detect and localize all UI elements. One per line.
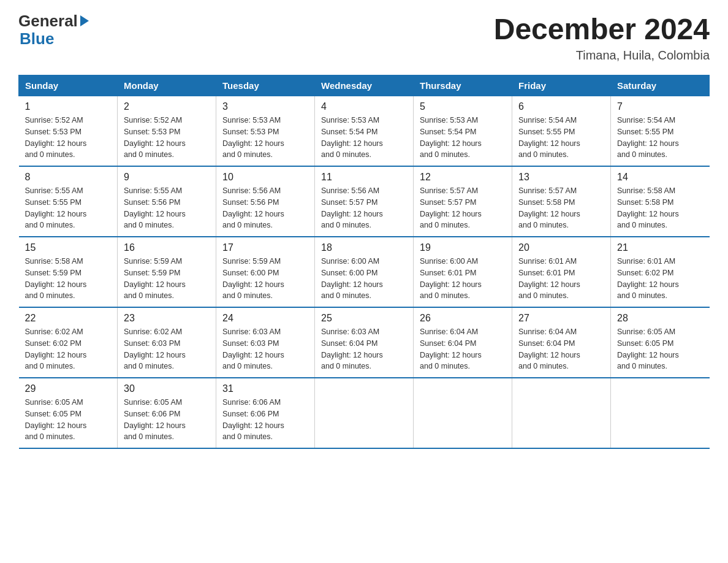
day-number: 2 — [124, 101, 210, 112]
day-detail: Sunrise: 6:00 AMSunset: 6:01 PMDaylight:… — [420, 256, 506, 302]
calendar-cell: 29Sunrise: 6:05 AMSunset: 6:05 PMDayligh… — [19, 378, 118, 448]
day-detail: Sunrise: 6:01 AMSunset: 6:01 PMDaylight:… — [518, 256, 604, 302]
day-detail: Sunrise: 6:06 AMSunset: 6:06 PMDaylight:… — [222, 397, 308, 443]
day-number: 30 — [124, 383, 210, 394]
day-number: 15 — [25, 242, 112, 253]
calendar-cell — [611, 378, 710, 448]
weekday-header-thursday: Thursday — [414, 75, 512, 96]
logo: General Blue — [18, 12, 89, 47]
day-detail: Sunrise: 5:53 AMSunset: 5:53 PMDaylight:… — [222, 115, 308, 161]
day-number: 4 — [321, 101, 407, 112]
day-number: 6 — [518, 101, 604, 112]
day-number: 3 — [222, 101, 308, 112]
weekday-header-tuesday: Tuesday — [216, 75, 315, 96]
day-detail: Sunrise: 6:03 AMSunset: 6:04 PMDaylight:… — [321, 326, 407, 372]
calendar-cell: 7Sunrise: 5:54 AMSunset: 5:55 PMDaylight… — [611, 96, 710, 167]
calendar-week-row: 22Sunrise: 6:02 AMSunset: 6:02 PMDayligh… — [19, 307, 710, 378]
day-number: 31 — [222, 383, 308, 394]
day-detail: Sunrise: 6:04 AMSunset: 6:04 PMDaylight:… — [518, 326, 604, 372]
calendar-table: SundayMondayTuesdayWednesdayThursdayFrid… — [18, 75, 710, 449]
day-detail: Sunrise: 6:01 AMSunset: 6:02 PMDaylight:… — [617, 256, 703, 302]
calendar-cell: 15Sunrise: 5:58 AMSunset: 5:59 PMDayligh… — [19, 237, 118, 307]
day-detail: Sunrise: 6:05 AMSunset: 6:05 PMDaylight:… — [617, 326, 703, 372]
weekday-header-friday: Friday — [512, 75, 611, 96]
calendar-cell — [414, 378, 512, 448]
calendar-cell: 6Sunrise: 5:54 AMSunset: 5:55 PMDaylight… — [512, 96, 611, 167]
calendar-cell: 5Sunrise: 5:53 AMSunset: 5:54 PMDaylight… — [414, 96, 512, 167]
day-detail: Sunrise: 6:02 AMSunset: 6:02 PMDaylight:… — [25, 326, 112, 372]
day-number: 8 — [25, 172, 112, 183]
day-detail: Sunrise: 5:59 AMSunset: 5:59 PMDaylight:… — [124, 256, 210, 302]
calendar-cell: 30Sunrise: 6:05 AMSunset: 6:06 PMDayligh… — [118, 378, 216, 448]
logo-text-blue: Blue — [20, 30, 89, 48]
day-number: 18 — [321, 242, 407, 253]
calendar-subtitle: Timana, Huila, Colombia — [494, 48, 710, 63]
day-number: 16 — [124, 242, 210, 253]
calendar-cell: 11Sunrise: 5:56 AMSunset: 5:57 PMDayligh… — [315, 166, 414, 237]
calendar-cell: 26Sunrise: 6:04 AMSunset: 6:04 PMDayligh… — [414, 307, 512, 378]
day-number: 11 — [321, 172, 407, 183]
day-number: 20 — [518, 242, 604, 253]
day-detail: Sunrise: 6:05 AMSunset: 6:06 PMDaylight:… — [124, 397, 210, 443]
day-number: 25 — [321, 313, 407, 324]
calendar-cell: 1Sunrise: 5:52 AMSunset: 5:53 PMDaylight… — [19, 96, 118, 167]
page-header: General Blue December 2024 Timana, Huila… — [18, 12, 710, 63]
calendar-cell: 28Sunrise: 6:05 AMSunset: 6:05 PMDayligh… — [611, 307, 710, 378]
calendar-cell — [512, 378, 611, 448]
day-detail: Sunrise: 5:55 AMSunset: 5:56 PMDaylight:… — [124, 185, 210, 231]
day-detail: Sunrise: 6:03 AMSunset: 6:03 PMDaylight:… — [222, 326, 308, 372]
day-detail: Sunrise: 5:57 AMSunset: 5:57 PMDaylight:… — [420, 185, 506, 231]
logo-text-general: General — [18, 12, 78, 30]
day-detail: Sunrise: 6:00 AMSunset: 6:00 PMDaylight:… — [321, 256, 407, 302]
day-number: 5 — [420, 101, 506, 112]
title-block: December 2024 Timana, Huila, Colombia — [494, 12, 710, 63]
calendar-cell: 17Sunrise: 5:59 AMSunset: 6:00 PMDayligh… — [216, 237, 315, 307]
day-number: 10 — [222, 172, 308, 183]
day-detail: Sunrise: 5:58 AMSunset: 5:58 PMDaylight:… — [617, 185, 703, 231]
calendar-cell: 22Sunrise: 6:02 AMSunset: 6:02 PMDayligh… — [19, 307, 118, 378]
day-detail: Sunrise: 5:57 AMSunset: 5:58 PMDaylight:… — [518, 185, 604, 231]
day-detail: Sunrise: 5:53 AMSunset: 5:54 PMDaylight:… — [321, 115, 407, 161]
day-detail: Sunrise: 5:56 AMSunset: 5:57 PMDaylight:… — [321, 185, 407, 231]
weekday-header-monday: Monday — [118, 75, 216, 96]
calendar-cell: 8Sunrise: 5:55 AMSunset: 5:55 PMDaylight… — [19, 166, 118, 237]
calendar-week-row: 8Sunrise: 5:55 AMSunset: 5:55 PMDaylight… — [19, 166, 710, 237]
day-detail: Sunrise: 6:02 AMSunset: 6:03 PMDaylight:… — [124, 326, 210, 372]
day-number: 26 — [420, 313, 506, 324]
day-detail: Sunrise: 5:52 AMSunset: 5:53 PMDaylight:… — [25, 115, 112, 161]
day-number: 9 — [124, 172, 210, 183]
calendar-cell: 3Sunrise: 5:53 AMSunset: 5:53 PMDaylight… — [216, 96, 315, 167]
calendar-cell: 25Sunrise: 6:03 AMSunset: 6:04 PMDayligh… — [315, 307, 414, 378]
calendar-cell: 10Sunrise: 5:56 AMSunset: 5:56 PMDayligh… — [216, 166, 315, 237]
calendar-cell: 16Sunrise: 5:59 AMSunset: 5:59 PMDayligh… — [118, 237, 216, 307]
calendar-cell: 27Sunrise: 6:04 AMSunset: 6:04 PMDayligh… — [512, 307, 611, 378]
calendar-cell: 19Sunrise: 6:00 AMSunset: 6:01 PMDayligh… — [414, 237, 512, 307]
calendar-cell: 13Sunrise: 5:57 AMSunset: 5:58 PMDayligh… — [512, 166, 611, 237]
calendar-cell: 31Sunrise: 6:06 AMSunset: 6:06 PMDayligh… — [216, 378, 315, 448]
day-number: 12 — [420, 172, 506, 183]
day-number: 28 — [617, 313, 703, 324]
calendar-title: December 2024 — [494, 12, 710, 46]
day-number: 24 — [222, 313, 308, 324]
calendar-cell: 21Sunrise: 6:01 AMSunset: 6:02 PMDayligh… — [611, 237, 710, 307]
calendar-week-row: 15Sunrise: 5:58 AMSunset: 5:59 PMDayligh… — [19, 237, 710, 307]
day-number: 1 — [25, 101, 112, 112]
day-detail: Sunrise: 5:58 AMSunset: 5:59 PMDaylight:… — [25, 256, 112, 302]
weekday-header-saturday: Saturday — [611, 75, 710, 96]
weekday-header-wednesday: Wednesday — [315, 75, 414, 96]
day-number: 14 — [617, 172, 703, 183]
weekday-header-sunday: Sunday — [19, 75, 118, 96]
day-detail: Sunrise: 5:59 AMSunset: 6:00 PMDaylight:… — [222, 256, 308, 302]
calendar-cell: 23Sunrise: 6:02 AMSunset: 6:03 PMDayligh… — [118, 307, 216, 378]
day-detail: Sunrise: 5:52 AMSunset: 5:53 PMDaylight:… — [124, 115, 210, 161]
day-detail: Sunrise: 5:54 AMSunset: 5:55 PMDaylight:… — [617, 115, 703, 161]
day-number: 22 — [25, 313, 112, 324]
day-detail: Sunrise: 6:04 AMSunset: 6:04 PMDaylight:… — [420, 326, 506, 372]
day-number: 13 — [518, 172, 604, 183]
day-detail: Sunrise: 5:56 AMSunset: 5:56 PMDaylight:… — [222, 185, 308, 231]
day-detail: Sunrise: 5:55 AMSunset: 5:55 PMDaylight:… — [25, 185, 112, 231]
calendar-cell: 2Sunrise: 5:52 AMSunset: 5:53 PMDaylight… — [118, 96, 216, 167]
day-detail: Sunrise: 5:54 AMSunset: 5:55 PMDaylight:… — [518, 115, 604, 161]
calendar-week-row: 1Sunrise: 5:52 AMSunset: 5:53 PMDaylight… — [19, 96, 710, 167]
calendar-cell: 18Sunrise: 6:00 AMSunset: 6:00 PMDayligh… — [315, 237, 414, 307]
